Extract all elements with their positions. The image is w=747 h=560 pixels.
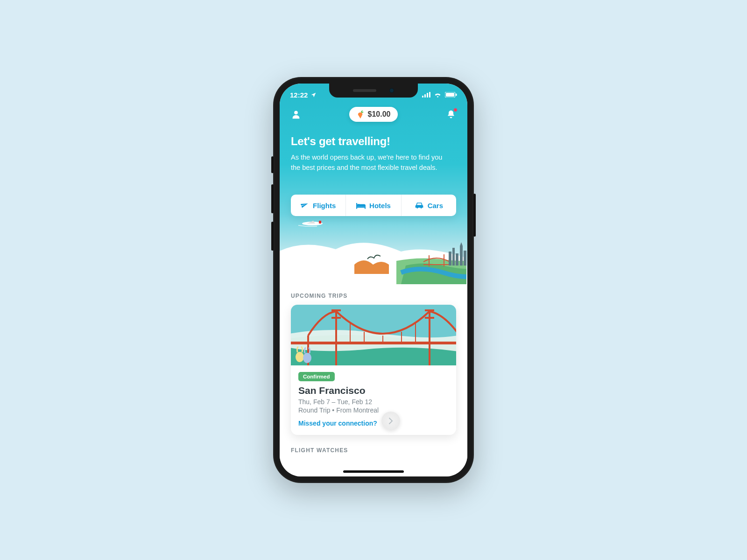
- status-time: 12:22: [290, 91, 308, 99]
- phone-side-button: [473, 194, 476, 237]
- svg-rect-21: [464, 251, 466, 266]
- svg-rect-1: [424, 94, 426, 98]
- svg-rect-8: [356, 203, 357, 209]
- svg-marker-20: [460, 242, 463, 266]
- svg-point-7: [294, 111, 298, 114]
- trip-card[interactable]: Confirmed San Francisco Thu, Feb 7 – Tue…: [291, 305, 456, 435]
- cellular-icon: [422, 92, 430, 98]
- main-content[interactable]: UPCOMING TRIPS: [280, 293, 467, 476]
- phone-side-button: [271, 184, 274, 213]
- wifi-icon: [434, 92, 442, 98]
- trip-dates: Thu, Feb 7 – Tue, Feb 12: [298, 398, 449, 406]
- svg-point-38: [296, 352, 304, 362]
- wallet-pill[interactable]: $10.00: [349, 107, 398, 122]
- category-label: Cars: [428, 202, 443, 210]
- notification-badge: [453, 108, 458, 112]
- category-label: Hotels: [369, 202, 391, 210]
- trip-destination: San Francisco: [298, 385, 449, 396]
- location-arrow-icon: [310, 92, 317, 98]
- home-indicator[interactable]: [343, 470, 404, 473]
- category-hotels[interactable]: Hotels: [346, 195, 401, 216]
- svg-rect-17: [449, 252, 451, 266]
- plane-icon: [301, 201, 309, 210]
- svg-rect-13: [319, 221, 321, 224]
- top-bar: $10.00: [280, 107, 467, 122]
- svg-rect-19: [456, 253, 458, 266]
- notifications-button[interactable]: [445, 108, 457, 120]
- trip-detail: Round Trip • From Montreal: [298, 406, 449, 414]
- trip-help-link[interactable]: Missed your connection?: [298, 420, 377, 427]
- category-label: Flights: [313, 202, 336, 210]
- phone-side-button: [271, 222, 274, 251]
- trip-image: [291, 305, 456, 365]
- bed-icon: [356, 201, 366, 210]
- hero-subtitle: As the world opens back up, we're here t…: [291, 153, 450, 173]
- scroll-indicator-dot: [381, 412, 400, 430]
- hero-illustration: [280, 210, 466, 284]
- svg-rect-18: [452, 248, 455, 266]
- svg-rect-2: [427, 93, 428, 98]
- hero-section: 12:22 $10.00: [280, 84, 467, 284]
- chevron-right-icon: [388, 418, 393, 424]
- profile-button[interactable]: [290, 108, 302, 120]
- category-bar: Flights Hotels Cars: [291, 195, 456, 216]
- svg-rect-10: [356, 207, 366, 208]
- svg-point-39: [303, 353, 311, 363]
- user-icon: [291, 109, 301, 119]
- svg-rect-5: [446, 93, 454, 97]
- svg-point-12: [302, 222, 323, 225]
- phone-side-button: [271, 156, 274, 173]
- section-upcoming-trips: UPCOMING TRIPS: [291, 293, 456, 299]
- wallet-amount: $10.00: [368, 110, 391, 119]
- screen: 12:22 $10.00: [280, 84, 467, 476]
- car-icon: [415, 202, 424, 209]
- battery-icon: [445, 92, 457, 98]
- status-badge: Confirmed: [298, 372, 335, 381]
- category-cars[interactable]: Cars: [402, 195, 456, 216]
- phone-frame: 12:22 $10.00: [273, 77, 474, 483]
- category-flights[interactable]: Flights: [291, 195, 346, 216]
- svg-rect-0: [422, 96, 423, 98]
- notch: [329, 84, 418, 98]
- section-flight-watches: FLIGHT WATCHES: [291, 447, 456, 454]
- svg-rect-6: [456, 94, 457, 96]
- svg-rect-3: [429, 92, 430, 98]
- hero-title: Let's get travelling!: [291, 135, 456, 148]
- carrot-icon: [357, 110, 364, 119]
- svg-rect-11: [365, 207, 366, 209]
